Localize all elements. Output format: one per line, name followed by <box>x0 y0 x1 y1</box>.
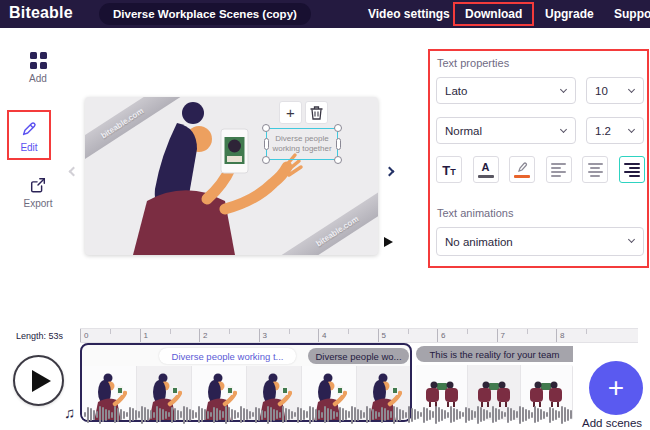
top-bar: Biteable Diverse Workplace Scenes (copy)… <box>0 0 650 28</box>
ruler-mark: 0 <box>80 329 140 342</box>
align-left-icon <box>551 163 566 177</box>
align-right-button[interactable] <box>619 156 645 183</box>
align-right-icon <box>624 163 640 177</box>
export-icon <box>29 176 47 194</box>
text-animation-value: No animation <box>445 236 513 248</box>
download-button[interactable]: Download <box>453 2 534 26</box>
resize-handle-bottom-right[interactable] <box>334 156 342 164</box>
highlighter-icon <box>516 162 528 173</box>
grid-add-icon <box>30 52 47 69</box>
resize-handle-middle-left[interactable] <box>264 138 269 150</box>
element-toolbar: + <box>279 101 328 124</box>
video-settings-button[interactable]: Video settings <box>368 0 450 28</box>
chevron-down-icon <box>560 86 567 93</box>
add-scenes-button[interactable]: + <box>589 361 643 415</box>
text-color-swatch <box>478 175 494 178</box>
animations-title: Text animations <box>437 207 513 219</box>
text-case-icon: TT <box>442 161 455 179</box>
ruler-mark: 4 <box>318 329 378 342</box>
sidebar-item-label: Edit <box>20 142 37 153</box>
font-weight-value: Normal <box>445 125 482 137</box>
align-center-icon <box>588 163 603 177</box>
audio-waveform[interactable] <box>84 404 574 425</box>
highlight-color-swatch <box>514 175 530 178</box>
ruler-mark: 8 <box>556 329 616 342</box>
scene-play-icon[interactable] <box>384 237 393 247</box>
align-left-button[interactable] <box>546 156 572 183</box>
line-height-select[interactable]: 1.2 <box>586 117 644 144</box>
text-color-icon: A <box>482 161 490 173</box>
next-scene-chevron-icon[interactable] <box>385 167 395 177</box>
resize-handle-middle-right[interactable] <box>336 138 341 150</box>
chevron-down-icon <box>628 86 635 93</box>
biteable-logo[interactable]: Biteable <box>9 4 73 22</box>
sidebar-item-add[interactable]: Add <box>10 52 66 84</box>
font-family-select[interactable]: Lato <box>436 77 576 104</box>
music-note-icon: ♫ <box>64 404 75 421</box>
play-icon <box>32 370 51 392</box>
text-properties-panel: Text properties Lato 10 Normal 1.2 TT A <box>428 49 649 268</box>
trash-icon <box>310 106 323 120</box>
chevron-down-icon <box>628 236 635 243</box>
align-center-button[interactable] <box>582 156 608 183</box>
biteable-editor-window: Biteable Diverse Workplace Scenes (copy)… <box>0 0 650 430</box>
tool-sidebar: Add Edit Export <box>0 28 70 328</box>
resize-handle-bottom-left[interactable] <box>262 156 270 164</box>
format-buttons-row: TT A <box>436 156 645 183</box>
highlight-color-button[interactable] <box>509 156 535 183</box>
play-button[interactable] <box>13 355 64 406</box>
add-scenes-label: Add scenes <box>582 417 642 429</box>
font-weight-select[interactable]: Normal <box>436 117 576 144</box>
line-height-value: 1.2 <box>595 125 611 137</box>
ruler-mark: 3 <box>259 329 319 342</box>
font-size-select[interactable]: 10 <box>586 77 644 104</box>
text-element-content: Diverse people working together <box>267 129 337 159</box>
font-family-value: Lato <box>445 85 467 97</box>
previous-scene-chevron-icon[interactable] <box>69 167 79 177</box>
ruler-mark: 2 <box>199 329 259 342</box>
scene-label-1[interactable]: Diverse people working t... <box>159 348 296 364</box>
text-color-button[interactable]: A <box>473 156 499 183</box>
scene-label-3[interactable]: This is the reality for your team <box>416 346 573 362</box>
timeline-ruler: 012345678 <box>80 328 638 343</box>
resize-handle-top-left[interactable] <box>262 124 270 132</box>
font-size-value: 10 <box>595 85 608 97</box>
scene-label-2[interactable]: Diverse people wo... <box>308 348 409 364</box>
chevron-down-icon <box>560 126 567 133</box>
chevron-down-icon <box>628 126 635 133</box>
video-canvas[interactable]: biteable.com biteable.com + <box>85 97 378 255</box>
sidebar-item-edit[interactable]: Edit <box>7 110 51 160</box>
panel-title: Text properties <box>437 57 509 69</box>
ruler-mark: 5 <box>378 329 438 342</box>
upgrade-button[interactable]: Upgrade <box>545 0 594 28</box>
sidebar-item-label: Export <box>24 198 53 209</box>
sidebar-item-label: Add <box>29 73 47 84</box>
selected-text-element[interactable]: Diverse people working together <box>266 128 338 160</box>
project-title[interactable]: Diverse Workplace Scenes (copy) <box>99 3 311 25</box>
add-element-button[interactable]: + <box>279 101 302 124</box>
text-animation-select[interactable]: No animation <box>436 227 644 256</box>
sidebar-item-export[interactable]: Export <box>10 176 66 209</box>
video-length-label: Length: 53s <box>16 331 63 341</box>
ruler-mark: 1 <box>140 329 200 342</box>
resize-handle-top-right[interactable] <box>334 124 342 132</box>
pencil-icon <box>20 120 38 138</box>
delete-element-button[interactable] <box>305 101 328 124</box>
ruler-mark: 7 <box>497 329 557 342</box>
support-button[interactable]: Support <box>614 0 650 28</box>
text-case-button[interactable]: TT <box>436 156 462 183</box>
ruler-mark: 6 <box>437 329 497 342</box>
